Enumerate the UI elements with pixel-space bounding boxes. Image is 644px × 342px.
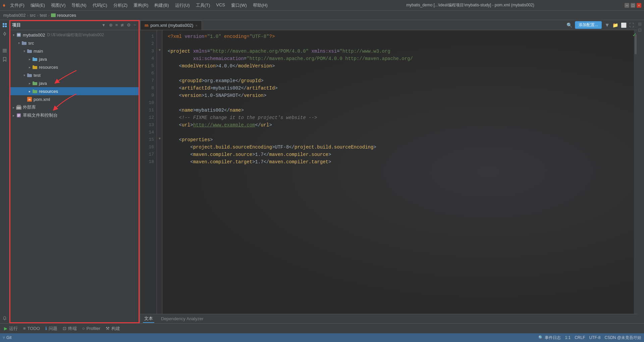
event-log[interactable]: 🔍 事件日志 <box>538 335 561 341</box>
terminal-tool[interactable]: ⊡ 终端 <box>63 326 77 332</box>
todo-label: TODO <box>28 326 40 331</box>
maximize-editor-icon[interactable]: ⬜ <box>621 22 627 28</box>
sidebar-bookmark-icon[interactable] <box>1 56 8 63</box>
chevron-right-icon: ▸ <box>11 105 16 110</box>
panel-locate-icon[interactable]: ⊕ <box>108 22 113 28</box>
folder-icon[interactable]: 📁 <box>612 22 618 28</box>
fold-button-line3[interactable]: ▾ <box>157 48 162 55</box>
menu-window[interactable]: 窗口(W) <box>228 2 250 9</box>
tab-close-button[interactable]: × <box>195 23 197 27</box>
menu-edit[interactable]: 编辑(E) <box>28 2 48 9</box>
editor-scrollbar[interactable]: ✓ <box>634 30 637 314</box>
svg-rect-9 <box>3 52 7 52</box>
svg-rect-23 <box>27 74 32 77</box>
menu-help[interactable]: 帮助(H) <box>250 2 270 9</box>
window-title: mybatis_demo [...\idea\编程项目\mybatis-stud… <box>316 2 625 8</box>
run-tool[interactable]: ▶ 运行 <box>4 326 18 332</box>
tree-label-main: main <box>34 49 43 54</box>
svg-point-11 <box>4 320 5 320</box>
code-line-11: <name>mybatis002</name> <box>168 107 629 114</box>
menu-vcs[interactable]: VCS <box>213 2 228 9</box>
panel-expand-icon[interactable]: ≢ <box>120 22 125 28</box>
code-line-18: <maven.compiler.target>1.7</maven.compil… <box>168 158 629 166</box>
sidebar-project-icon[interactable] <box>1 21 8 29</box>
scratch-icon <box>16 113 21 118</box>
gutter: ▾ ▾ <box>157 30 162 314</box>
tree-item-src[interactable]: ▾ src <box>9 39 140 47</box>
terminal-icon: ⊡ <box>63 326 66 331</box>
tree-item-resources-main[interactable]: ▸ resources <box>9 63 140 71</box>
tree-item-resources-test[interactable]: ▸ resources <box>9 87 140 95</box>
tree-item-java-test[interactable]: ▸ java <box>9 79 140 87</box>
charset[interactable]: UTF-8 <box>589 335 600 340</box>
breadcrumb-src[interactable]: src <box>30 13 36 18</box>
panel-collapse-icon[interactable]: ≡ <box>115 22 119 28</box>
panel-dropdown-icon[interactable]: ▼ <box>102 23 106 27</box>
search-icon[interactable]: 🔍 <box>567 22 572 28</box>
build-tool[interactable]: ⚒ 构建 <box>106 326 120 332</box>
svg-rect-18 <box>27 49 29 50</box>
menu-run[interactable]: 运行(U) <box>172 2 193 9</box>
sidebar-commit-icon[interactable] <box>1 30 8 38</box>
profiler-tool[interactable]: ○ Profiler <box>82 326 100 331</box>
cursor-position[interactable]: 1:1 <box>565 335 571 340</box>
config-dropdown-icon[interactable]: ▼ <box>604 22 610 28</box>
svg-point-4 <box>4 33 6 35</box>
profiler-icon: ○ <box>82 326 85 331</box>
tree-item-main[interactable]: ▾ main <box>9 47 140 55</box>
tab-dependency-analyzer[interactable]: Dependency Analyzer <box>160 316 205 322</box>
window-controls: − □ × <box>625 3 641 8</box>
code-line-10 <box>168 99 629 107</box>
menu-file[interactable]: 文件(F) <box>7 2 27 9</box>
menu-view[interactable]: 视图(V) <box>48 2 68 9</box>
author-label: CSDN @未竟吾圩娃 <box>604 335 641 341</box>
vcs-status[interactable]: ⑂ Git <box>3 335 11 340</box>
code-line-1: <?xml version="1.0" encoding="UTF-8"?> <box>168 33 629 40</box>
app-logo: ♦ <box>3 2 5 8</box>
panel-minimize-icon[interactable]: − <box>133 22 137 28</box>
breadcrumb-project[interactable]: mybatis002 <box>3 13 25 18</box>
right-panel-icon-1[interactable]: ⊞ <box>638 21 643 26</box>
tree-label-java-main: java <box>39 57 47 62</box>
todo-tool[interactable]: ≡ TODO <box>23 326 40 331</box>
minimize-button[interactable]: − <box>625 3 629 8</box>
tab-pom-xml[interactable]: m pom.xml (mybatis002) × <box>140 20 202 30</box>
code-line-9: <version>1.0-SNAPSHOT</version> <box>168 92 629 99</box>
line-ending[interactable]: CRLF <box>575 335 585 340</box>
menu-analyze[interactable]: 分析(Z) <box>111 2 130 9</box>
chevron-right-icon: ▸ <box>27 64 32 70</box>
tree-item-mybatis002[interactable]: ▾ mybatis002 D:\车\idea\编程项目\mybatis002 <box>9 31 140 39</box>
maximize-button[interactable]: □ <box>631 3 635 8</box>
svg-rect-7 <box>3 49 7 50</box>
svg-rect-0 <box>3 23 4 25</box>
bottom-toolbar: ▶ 运行 ≡ TODO ℹ 问题 ⊡ 终端 ○ Profiler ⚒ 构建 <box>0 323 644 333</box>
code-line-5: <modelVersion>4.0.0</modelVersion> <box>168 62 629 70</box>
menu-refactor[interactable]: 重构(R) <box>131 2 151 9</box>
author-info: CSDN @未竟吾圩娃 <box>604 335 641 341</box>
tree-item-pom[interactable]: ▸ m pom.xml <box>9 95 140 103</box>
tree-item-scratch[interactable]: ▸ 草稿文件和控制台 <box>9 111 140 119</box>
breadcrumb-resources[interactable]: resources <box>51 13 76 18</box>
tree-item-java-main[interactable]: ▸ java <box>9 55 140 63</box>
add-config-button[interactable]: 添加配置... <box>575 21 602 29</box>
menu-nav[interactable]: 导航(N) <box>69 2 89 9</box>
panel-settings-icon[interactable]: ⚙ <box>126 22 131 28</box>
tree-item-test[interactable]: ▾ test <box>9 71 140 79</box>
right-panel-icon-2[interactable]: ⊡ <box>638 27 643 32</box>
breadcrumb-test[interactable]: test <box>40 13 47 18</box>
problems-tool[interactable]: ℹ 问题 <box>45 326 57 332</box>
chevron-right-icon: ▸ <box>11 113 16 118</box>
menu-tools[interactable]: 工具(T) <box>193 2 213 9</box>
fold-button-line15[interactable]: ▾ <box>157 136 162 144</box>
panel-header-icons: ⊕ ≡ ≢ ⚙ − <box>108 22 137 28</box>
sidebar-structure-icon[interactable] <box>1 47 8 54</box>
expand-icon[interactable]: ⛶ <box>629 22 634 28</box>
menu-build[interactable]: 构建(B) <box>152 2 171 9</box>
tab-text[interactable]: 文本 <box>143 315 154 323</box>
tree-item-external-libs[interactable]: ▸ 外部库 <box>9 103 140 111</box>
code-line-8: <artifactId>mybatis002</artifactId> <box>168 84 629 92</box>
code-content[interactable]: <?xml version="1.0" encoding="UTF-8"?> <… <box>162 30 634 314</box>
sidebar-notifications-icon[interactable] <box>1 315 8 322</box>
menu-code[interactable]: 代码(C) <box>90 2 110 9</box>
close-button[interactable]: × <box>637 3 641 8</box>
